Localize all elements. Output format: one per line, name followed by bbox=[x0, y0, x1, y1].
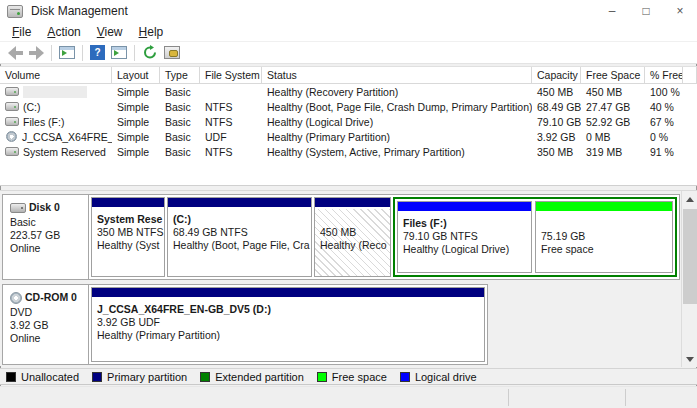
cell-volume: (C:) bbox=[23, 101, 41, 113]
legend-unallocated: Unallocated bbox=[6, 371, 79, 383]
cell-file-system: UDF bbox=[200, 129, 262, 144]
cell-free-space: 27.47 GB bbox=[581, 99, 645, 114]
partition-status: Healthy (Reco bbox=[320, 239, 390, 252]
column-header-type[interactable]: Type bbox=[160, 67, 200, 83]
column-header-layout[interactable]: Layout bbox=[112, 67, 160, 83]
table-row-dvd[interactable]: J_CCSA_X64FRE_E... Simple Basic UDF Heal… bbox=[0, 129, 697, 144]
column-header-volume[interactable]: Volume bbox=[0, 67, 112, 83]
back-icon[interactable] bbox=[8, 48, 23, 58]
partition-dvd-d[interactable]: J_CCSA_X64FRE_EN-GB_DV5 (D:) 3.92 GB UDF… bbox=[91, 287, 485, 362]
cell-file-system: NTFS bbox=[200, 99, 262, 114]
partition-status: Healthy (Syst bbox=[97, 239, 164, 252]
disk-management-icon bbox=[7, 5, 23, 18]
forward-icon[interactable] bbox=[29, 48, 44, 58]
cell-pct-free: 67 % bbox=[645, 114, 683, 129]
cell-volume: Files (F:) bbox=[23, 116, 64, 128]
table-row-recovery[interactable]: Simple Basic Healthy (Recovery Partition… bbox=[0, 84, 697, 99]
scrollbar-thumb[interactable] bbox=[683, 209, 697, 304]
window-title: Disk Management bbox=[31, 4, 128, 18]
graphical-view: Disk 0 Basic 223.57 GB Online System Res… bbox=[0, 190, 697, 366]
disk0-strip: Disk 0 Basic 223.57 GB Online System Res… bbox=[2, 194, 680, 280]
column-header-free-space[interactable]: Free Space bbox=[581, 67, 645, 83]
menu-view[interactable]: View bbox=[89, 23, 131, 41]
menu-file[interactable]: File bbox=[4, 23, 39, 41]
cell-type: Basic bbox=[160, 129, 200, 144]
partition-size: 3.92 GB UDF bbox=[97, 316, 484, 329]
cell-layout: Simple bbox=[112, 99, 160, 114]
status-bar-separator bbox=[508, 389, 509, 406]
disk-state: Online bbox=[10, 332, 88, 345]
rescan-disks-icon[interactable] bbox=[164, 46, 180, 59]
partition-name: (C:) bbox=[173, 213, 311, 226]
unallocated-swatch bbox=[6, 372, 16, 382]
disk-name: Disk 0 bbox=[29, 201, 60, 214]
cd-rom-icon bbox=[10, 292, 22, 304]
extended-partition-swatch bbox=[200, 372, 210, 382]
cell-capacity: 450 MB bbox=[532, 84, 581, 99]
primary-partition-bar bbox=[92, 288, 484, 298]
minimize-button[interactable]: – bbox=[595, 0, 629, 22]
cell-status: Healthy (Logical Drive) bbox=[262, 114, 532, 129]
extended-partition-container: Files (F:) 79.10 GB NTFS Healthy (Logica… bbox=[393, 197, 677, 277]
cell-status: Healthy (Primary Partition) bbox=[262, 129, 532, 144]
disk-name: CD-ROM 0 bbox=[25, 291, 77, 304]
cell-layout: Simple bbox=[112, 129, 160, 144]
cell-file-system bbox=[200, 84, 262, 99]
disk-state: Online bbox=[10, 242, 88, 255]
legend-bar: Unallocated Primary partition Extended p… bbox=[0, 368, 697, 385]
disk-kind: DVD bbox=[10, 306, 88, 319]
table-row-c[interactable]: (C:) Simple Basic NTFS Healthy (Boot, Pa… bbox=[0, 99, 697, 114]
cell-type: Basic bbox=[160, 114, 200, 129]
column-header-filler bbox=[683, 67, 697, 83]
drive-icon bbox=[5, 87, 19, 96]
table-row-files-f[interactable]: Files (F:) Simple Basic NTFS Healthy (Lo… bbox=[0, 114, 697, 129]
primary-partition-bar bbox=[168, 198, 311, 208]
scroll-down-icon[interactable] bbox=[682, 351, 697, 367]
partition-size: 79.10 GB NTFS bbox=[403, 230, 531, 243]
primary-partition-swatch bbox=[92, 372, 102, 382]
legend-label: Logical drive bbox=[415, 371, 477, 383]
vertical-scrollbar[interactable] bbox=[681, 191, 697, 367]
legend-logical-drive: Logical drive bbox=[400, 371, 477, 383]
scroll-up-icon[interactable] bbox=[682, 191, 697, 207]
partition-recovery[interactable]: 450 MB Healthy (Reco bbox=[314, 197, 391, 277]
column-header-pct-free[interactable]: % Free bbox=[645, 67, 683, 83]
maximize-button[interactable]: □ bbox=[629, 0, 663, 22]
cell-file-system: NTFS bbox=[200, 144, 262, 159]
drive-icon bbox=[5, 117, 19, 126]
partition-files-f[interactable]: Files (F:) 79.10 GB NTFS Healthy (Logica… bbox=[397, 201, 532, 273]
partition-name: Files (F:) bbox=[403, 217, 531, 230]
partition-c[interactable]: (C:) 68.49 GB NTFS Healthy (Boot, Page F… bbox=[167, 197, 312, 277]
column-header-capacity[interactable]: Capacity bbox=[532, 67, 581, 83]
console-tree-icon[interactable] bbox=[59, 46, 75, 59]
cell-capacity: 350 MB bbox=[532, 144, 581, 159]
cdrom0-label-panel[interactable]: CD-ROM 0 DVD 3.92 GB Online bbox=[3, 285, 89, 364]
disk0-label-panel[interactable]: Disk 0 Basic 223.57 GB Online bbox=[3, 195, 89, 279]
table-row-system-reserved[interactable]: System Reserved Simple Basic NTFS Health… bbox=[0, 144, 697, 159]
partition-status: Healthy (Boot, Page File, Cra bbox=[173, 239, 311, 252]
partition-size: 350 MB NTFS bbox=[97, 226, 164, 239]
menu-action[interactable]: Action bbox=[39, 23, 88, 41]
cell-volume: System Reserved bbox=[23, 146, 106, 158]
menu-help[interactable]: Help bbox=[131, 23, 172, 41]
close-button[interactable]: × bbox=[663, 0, 697, 22]
cell-capacity: 3.92 GB bbox=[532, 129, 581, 144]
cdrom0-strip: CD-ROM 0 DVD 3.92 GB Online J_CCSA_X64FR… bbox=[2, 284, 488, 365]
column-header-file-system[interactable]: File System bbox=[200, 67, 262, 83]
show-action-pane-icon[interactable] bbox=[111, 46, 127, 59]
logical-drive-swatch bbox=[400, 372, 410, 382]
column-header-status[interactable]: Status bbox=[262, 67, 532, 83]
menubar: File Action View Help bbox=[0, 22, 697, 42]
cell-layout: Simple bbox=[112, 114, 160, 129]
partition-free-space[interactable]: 75.19 GB Free space bbox=[535, 201, 673, 273]
partition-system-reserved[interactable]: System Rese 350 MB NTFS Healthy (Syst bbox=[91, 197, 165, 277]
help-icon[interactable]: ? bbox=[90, 45, 105, 60]
cell-pct-free: 91 % bbox=[645, 144, 683, 159]
cell-pct-free: 0 % bbox=[645, 129, 683, 144]
cell-status: Healthy (System, Active, Primary Partiti… bbox=[262, 144, 532, 159]
cell-free-space: 52.92 GB bbox=[581, 114, 645, 129]
refresh-icon[interactable] bbox=[142, 45, 158, 60]
legend-extended-partition: Extended partition bbox=[200, 371, 304, 383]
toolbar-separator bbox=[134, 45, 135, 61]
hard-disk-icon bbox=[10, 203, 26, 213]
